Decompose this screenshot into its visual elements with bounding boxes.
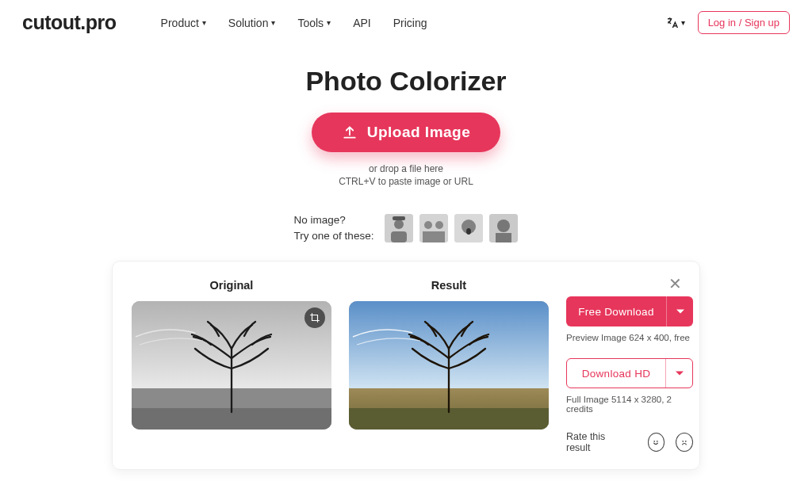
page-title: Photo Colorizer [0, 66, 812, 97]
free-download-label: Free Download [566, 296, 666, 326]
chevron-down-icon: ▾ [271, 19, 275, 27]
brand-logo[interactable]: cutout.pro [22, 11, 117, 34]
nav-api[interactable]: API [353, 17, 371, 29]
svg-point-12 [497, 220, 510, 232]
upload-button-label: Upload Image [367, 124, 471, 141]
drop-hint: or drop a file here [0, 163, 812, 174]
result-card: ✕ Original [112, 261, 700, 470]
svg-point-6 [435, 221, 443, 229]
actions-column: Free Download Preview Image 624 x 400, f… [566, 279, 693, 453]
svg-point-5 [424, 221, 432, 229]
preview-info: Preview Image 624 x 400, free [566, 333, 693, 342]
svg-point-10 [466, 228, 471, 235]
crop-button[interactable] [304, 307, 325, 328]
main-nav: Product ▾ Solution ▾ Tools ▾ API Pricing [161, 17, 643, 29]
original-label: Original [132, 279, 331, 292]
svg-point-23 [686, 441, 687, 442]
nav-pricing-label: Pricing [393, 17, 427, 29]
chevron-down-icon: ▾ [327, 19, 331, 27]
original-image [132, 301, 331, 430]
sample-image-1[interactable] [385, 214, 413, 242]
nav-product-label: Product [161, 17, 199, 29]
free-download-caret[interactable] [666, 296, 693, 326]
translate-icon [665, 16, 680, 30]
rate-label: Rate this result [566, 431, 626, 453]
sample-hint: No image? Try one of these: [294, 212, 374, 243]
svg-point-20 [654, 441, 655, 442]
close-icon[interactable]: ✕ [668, 276, 682, 292]
nav-solution-label: Solution [228, 17, 269, 29]
rate-row: Rate this result [566, 431, 693, 453]
svg-rect-7 [423, 231, 445, 242]
chevron-down-icon: ▾ [681, 19, 685, 27]
result-image [349, 301, 549, 430]
svg-rect-2 [391, 231, 407, 242]
result-label: Result [349, 279, 549, 292]
smile-icon [650, 437, 661, 448]
download-hd-button[interactable]: Download HD [566, 358, 693, 388]
svg-point-1 [394, 220, 404, 229]
svg-point-22 [683, 441, 684, 442]
svg-rect-13 [496, 233, 511, 242]
result-column: Result [349, 279, 549, 453]
login-signup-button[interactable]: Log in / Sign up [698, 11, 790, 34]
svg-point-21 [657, 441, 658, 442]
nav-tools[interactable]: Tools ▾ [297, 17, 331, 29]
nav-tools-label: Tools [297, 17, 324, 29]
free-download-button[interactable]: Free Download [566, 296, 693, 326]
frown-icon [679, 437, 690, 448]
language-switcher[interactable]: ▾ [665, 16, 685, 30]
upload-image-button[interactable]: Upload Image [312, 113, 501, 152]
paste-hint: CTRL+V to paste image or URL [0, 176, 812, 187]
chevron-down-icon: ▾ [202, 19, 206, 27]
sample-image-3[interactable] [454, 214, 483, 242]
original-column: Original [132, 279, 331, 453]
header: cutout.pro Product ▾ Solution ▾ Tools ▾ … [0, 0, 812, 45]
rate-positive-button[interactable] [648, 433, 665, 452]
nav-pricing[interactable]: Pricing [393, 17, 427, 29]
caret-down-icon [676, 307, 685, 316]
download-hd-caret[interactable] [665, 359, 692, 388]
download-hd-label: Download HD [567, 359, 665, 388]
crop-icon [309, 312, 320, 323]
sample-image-2[interactable] [419, 214, 448, 242]
hero: Photo Colorizer Upload Image or drop a f… [0, 66, 812, 243]
nav-product[interactable]: Product ▾ [161, 17, 206, 29]
sample-row: No image? Try one of these: [0, 212, 812, 243]
caret-down-icon [675, 368, 684, 378]
nav-api-label: API [353, 17, 371, 29]
sample-image-4[interactable] [489, 214, 518, 242]
full-image-info: Full Image 5114 x 3280, 2 credits [566, 395, 693, 414]
nav-solution[interactable]: Solution ▾ [228, 17, 276, 29]
svg-rect-3 [393, 216, 405, 220]
rate-negative-button[interactable] [676, 433, 693, 452]
upload-icon [342, 124, 358, 140]
